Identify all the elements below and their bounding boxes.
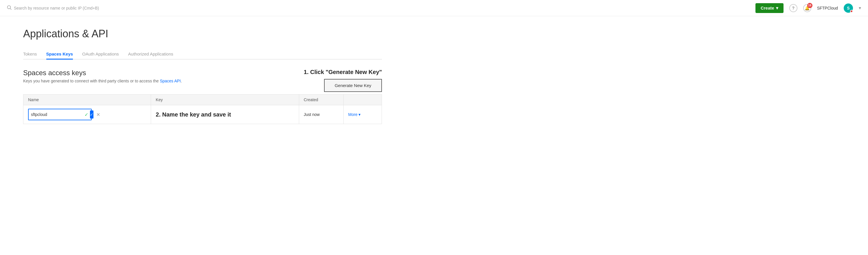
section-title: Spaces access keys	[23, 69, 182, 77]
more-label: More	[348, 112, 358, 117]
check-valid-icon: ✓	[85, 112, 88, 117]
search-placeholder-text: Search by resource name or public IP (Cm…	[14, 6, 99, 10]
step2-annotation: 2. Name the key and save it	[156, 111, 231, 118]
avatar-status-dot	[850, 10, 853, 13]
table-header-row: Name Key Created	[24, 95, 382, 105]
col-actions	[343, 95, 382, 105]
avatar[interactable]: S	[844, 3, 853, 13]
tab-tokens[interactable]: Tokens	[23, 49, 37, 60]
top-navigation: Search by resource name or public IP (Cm…	[0, 0, 868, 16]
section-desc-prefix: Keys you have generated to connect with …	[23, 78, 160, 83]
created-cell: Just now	[299, 105, 343, 124]
svg-point-0	[7, 6, 11, 9]
notifications-bell[interactable]: 🔔 16	[803, 4, 811, 12]
generate-new-key-button[interactable]: Generate New Key	[324, 79, 382, 92]
key-cell: 2. Name the key and save it	[151, 105, 299, 124]
svg-line-1	[10, 9, 11, 10]
section-left: Spaces access keys Keys you have generat…	[23, 69, 182, 90]
section-desc-suffix: .	[181, 78, 182, 83]
page-title: Applications & API	[23, 28, 382, 40]
search-icon	[7, 5, 11, 11]
cancel-name-button[interactable]: ✕	[95, 111, 101, 118]
tab-oauth-applications[interactable]: OAuth Applications	[82, 49, 119, 60]
user-chevron-icon[interactable]: ▾	[859, 5, 861, 11]
name-input-wrap: ✓ ✓ ✕	[28, 109, 92, 120]
name-cell: ✓ ✓ ✕	[24, 105, 151, 124]
step1-annotation: 1. Click "Generate New Key"	[304, 69, 382, 75]
spaces-api-link[interactable]: Spaces API	[160, 78, 181, 83]
tab-authorized-applications[interactable]: Authorized Applications	[128, 49, 173, 60]
help-icon-button[interactable]: ?	[789, 4, 797, 12]
topnav-right: Create ▾ ? 🔔 16 SFTPCloud S ▾	[755, 3, 861, 13]
avatar-letter: S	[847, 6, 849, 10]
user-label[interactable]: SFTPCloud	[817, 6, 838, 10]
main-content: Applications & API Tokens Spaces Keys OA…	[0, 16, 405, 136]
annotation-area: 1. Click "Generate New Key" Generate New…	[304, 69, 382, 92]
create-button[interactable]: Create ▾	[755, 3, 783, 13]
create-label: Create	[761, 5, 774, 10]
table-row: ✓ ✓ ✕ 2. Name the key and save it Just n…	[24, 105, 382, 124]
section-description: Keys you have generated to connect with …	[23, 78, 182, 83]
search-bar[interactable]: Search by resource name or public IP (Cm…	[7, 5, 755, 11]
tabs-bar: Tokens Spaces Keys OAuth Applications Au…	[23, 49, 382, 60]
more-chevron-icon: ▾	[359, 112, 361, 117]
tab-spaces-keys[interactable]: Spaces Keys	[46, 49, 73, 60]
col-name: Name	[24, 95, 151, 105]
create-chevron-icon: ▾	[776, 5, 778, 11]
more-dropdown-button[interactable]: More ▾	[348, 112, 361, 117]
col-key: Key	[151, 95, 299, 105]
actions-cell: More ▾	[343, 105, 382, 124]
notification-badge: 16	[807, 3, 812, 8]
keys-table: Name Key Created ✓ ✓ ✕ 2. Name the key a…	[23, 94, 382, 124]
save-name-button[interactable]: ✓	[90, 110, 93, 119]
col-created: Created	[299, 95, 343, 105]
name-input[interactable]	[31, 112, 82, 117]
